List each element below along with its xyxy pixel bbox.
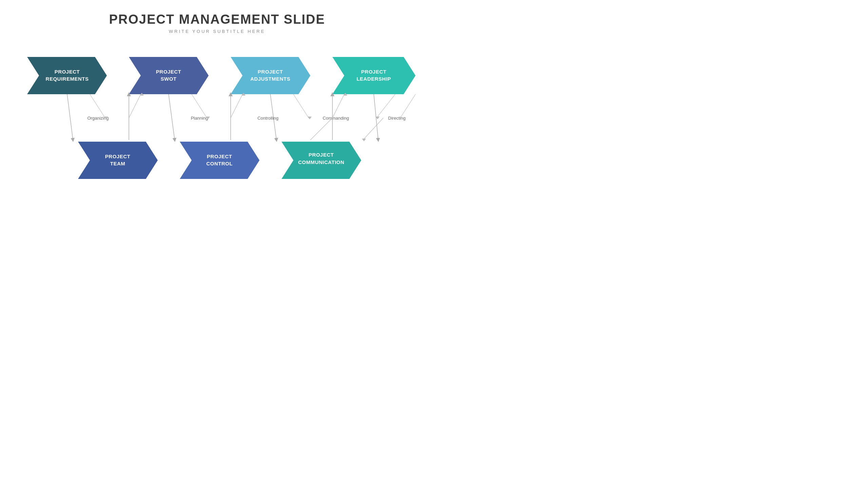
line-planning-left	[169, 94, 175, 140]
arrow-3a	[308, 117, 312, 119]
connector-label-directing: Directing	[388, 116, 405, 121]
diagram-svg: PROJECT REQUIREMENTS PROJECT SWOT PROJEC…	[17, 47, 417, 189]
chevron-project-swot	[129, 57, 209, 94]
label-project-leadership-2: LEADERSHIP	[356, 76, 391, 82]
label-project-control-2: CONTROL	[206, 161, 233, 166]
main-title: PROJECT MANAGEMENT SLIDE	[109, 12, 325, 27]
label-project-adjustments-1: PROJECT	[258, 69, 283, 75]
chevron-project-adjustments	[231, 57, 310, 94]
label-project-swot-1: PROJECT	[156, 69, 181, 75]
label-project-requirements-1: PROJECT	[55, 69, 80, 75]
label-project-team-2: TEAM	[110, 161, 126, 166]
label-project-team-1: PROJECT	[105, 154, 130, 159]
connector-label-commanding: Commanding	[323, 116, 349, 121]
diag-line-1a	[90, 94, 105, 118]
diag-line-2a	[192, 94, 207, 118]
label-project-swot-2: SWOT	[161, 76, 177, 82]
diag-line-3b	[332, 94, 344, 118]
header: PROJECT MANAGEMENT SLIDE WRITE YOUR SUBT…	[109, 12, 325, 34]
diag-line-5b	[363, 118, 383, 140]
diag-line-5a	[400, 94, 416, 118]
chevron-project-leadership	[332, 57, 416, 94]
label-project-control-1: PROJECT	[207, 154, 232, 159]
chevron-project-control	[180, 142, 259, 179]
connector-label-planning: Planning	[191, 116, 208, 121]
label-project-requirements-2: REQUIREMENTS	[46, 76, 89, 82]
diag-line-3a	[293, 94, 309, 118]
label-project-adjustments-2: ADJUSTMENTS	[250, 76, 290, 82]
diag-line-2b	[231, 94, 243, 118]
diag-line-4b	[310, 118, 332, 140]
subtitle: WRITE YOUR SUBTITLE HERE	[109, 29, 325, 34]
label-project-leadership-1: PROJECT	[361, 69, 386, 75]
diag-line-4a	[377, 94, 395, 118]
chevron-project-requirements	[27, 57, 107, 94]
connector-label-controlling: Controlling	[257, 116, 278, 121]
label-project-communication-2: COMMUNICATION	[298, 159, 344, 165]
arrow-5b	[362, 139, 366, 141]
diag-line-1b	[129, 94, 141, 118]
chevron-project-team	[78, 142, 158, 179]
diagram: PROJECT REQUIREMENTS PROJECT SWOT PROJEC…	[0, 47, 434, 189]
label-project-communication-1: PROJECT	[309, 152, 334, 158]
line-organizing-left	[67, 94, 73, 140]
